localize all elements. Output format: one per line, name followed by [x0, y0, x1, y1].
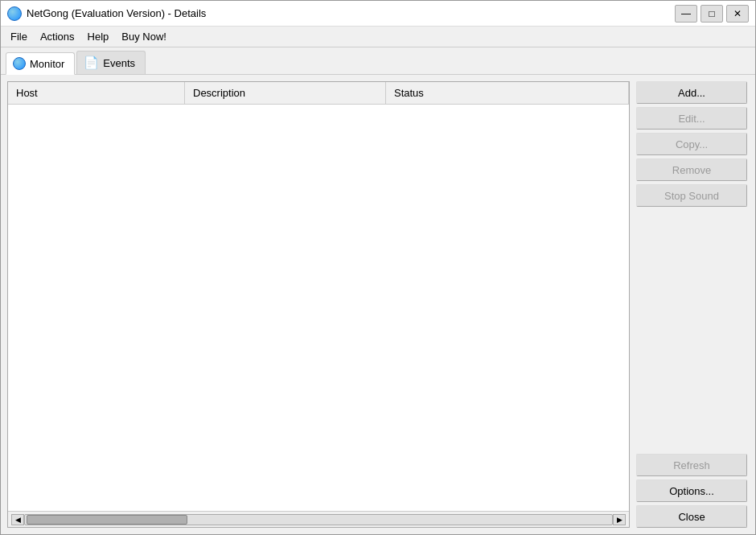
col-description: Description: [185, 82, 386, 104]
table-body[interactable]: [8, 105, 629, 511]
scrollbar-thumb[interactable]: [27, 515, 187, 525]
tab-monitor[interactable]: Monitor: [6, 52, 75, 75]
options-button[interactable]: Options...: [636, 479, 747, 502]
main-content: Host Description Status ◀ ▶ Add... Edit.…: [1, 75, 755, 534]
copy-button[interactable]: Copy...: [636, 133, 747, 155]
scrollbar-track[interactable]: [24, 514, 613, 525]
tab-events[interactable]: 📄 Events: [76, 51, 146, 74]
bottom-buttons: Refresh Options... Close: [636, 454, 749, 528]
button-panel: Add... Edit... Copy... Remove Stop Sound…: [636, 81, 749, 528]
minimize-button[interactable]: —: [675, 5, 697, 23]
tab-events-label: Events: [103, 57, 135, 69]
window-title: NetGong (Evaluation Version) - Details: [27, 7, 206, 19]
menu-help[interactable]: Help: [81, 28, 116, 45]
table-header: Host Description Status: [8, 82, 629, 105]
events-tab-icon: 📄: [84, 56, 99, 70]
table-panel: Host Description Status ◀ ▶: [7, 81, 630, 528]
scroll-right-arrow[interactable]: ▶: [613, 514, 626, 525]
scroll-left-arrow[interactable]: ◀: [11, 514, 24, 525]
title-bar-left: NetGong (Evaluation Version) - Details: [7, 6, 206, 21]
tab-monitor-label: Monitor: [30, 58, 64, 70]
close-window-button[interactable]: ✕: [726, 5, 749, 23]
close-button[interactable]: Close: [636, 505, 747, 528]
edit-button[interactable]: Edit...: [636, 107, 747, 130]
monitor-tab-icon: [13, 57, 26, 70]
stop-sound-button[interactable]: Stop Sound: [636, 184, 747, 207]
title-bar: NetGong (Evaluation Version) - Details —…: [1, 1, 755, 27]
menu-bar: File Actions Help Buy Now!: [1, 27, 755, 47]
menu-actions[interactable]: Actions: [34, 28, 81, 45]
horizontal-scrollbar[interactable]: ◀ ▶: [8, 511, 629, 527]
menu-buynow[interactable]: Buy Now!: [115, 28, 173, 45]
tabs-bar: Monitor 📄 Events: [1, 47, 755, 75]
maximize-button[interactable]: □: [701, 5, 723, 23]
remove-button[interactable]: Remove: [636, 158, 747, 181]
title-bar-controls: — □ ✕: [675, 5, 749, 23]
refresh-button[interactable]: Refresh: [636, 454, 747, 476]
button-spacer: [636, 210, 749, 451]
menu-file[interactable]: File: [4, 28, 34, 45]
app-icon: [7, 6, 22, 21]
col-status: Status: [386, 82, 629, 104]
col-host: Host: [8, 82, 185, 104]
add-button[interactable]: Add...: [636, 81, 747, 104]
main-window: NetGong (Evaluation Version) - Details —…: [0, 0, 756, 535]
